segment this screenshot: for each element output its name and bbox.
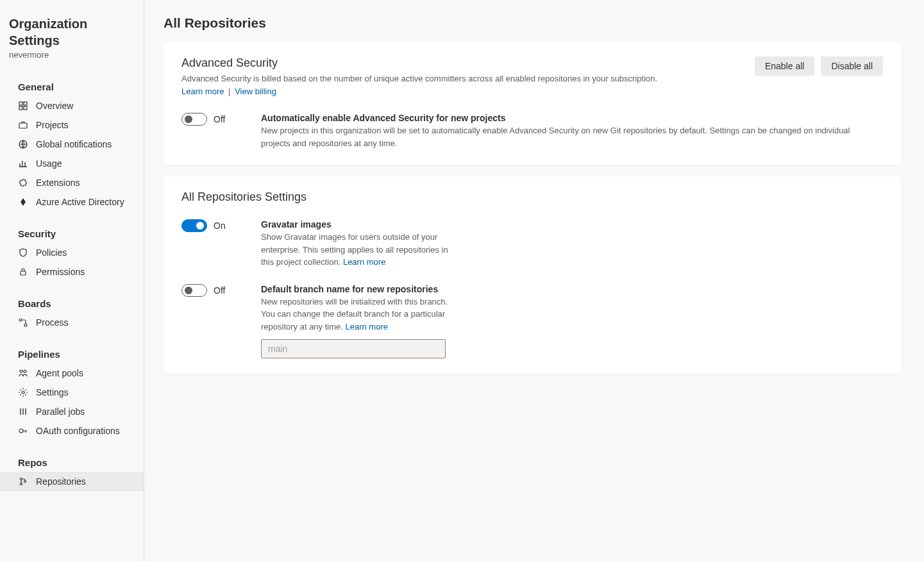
sidebar-item-policies[interactable]: Policies — [0, 243, 144, 262]
svg-point-15 — [24, 481, 26, 483]
svg-rect-2 — [19, 106, 22, 110]
default-branch-title: Default branch name for new repositories — [261, 284, 851, 294]
main-content: All Repositories Advanced Security Advan… — [144, 0, 924, 561]
sidebar-item-label: Usage — [36, 158, 62, 169]
enable-all-button[interactable]: Enable all — [755, 56, 815, 76]
default-branch-toggle[interactable] — [181, 284, 207, 297]
sidebar-item-usage[interactable]: Usage — [0, 154, 144, 173]
shield-icon — [18, 247, 28, 258]
sidebar-item-settings[interactable]: Settings — [0, 383, 144, 402]
sidebar-item-agent-pools[interactable]: Agent pools — [0, 364, 144, 383]
gravatar-desc: Show Gravatar images for users outside o… — [261, 231, 460, 269]
sidebar-item-extensions[interactable]: Extensions — [0, 173, 144, 192]
all-repos-settings-card: All Repositories Settings On Gravatar im… — [164, 176, 901, 374]
sidebar-group-boards: Boards — [0, 293, 144, 313]
default-branch-input[interactable] — [261, 339, 446, 358]
lock-icon — [18, 267, 28, 277]
default-branch-desc: New repositories will be initialized wit… — [261, 296, 460, 333]
auto-enable-toggle-state: Off — [214, 114, 225, 124]
default-branch-learn-more-link[interactable]: Learn more — [346, 322, 388, 331]
sidebar-item-projects[interactable]: Projects — [0, 115, 144, 135]
sidebar-subtitle: nevermore — [9, 50, 135, 60]
svg-point-10 — [24, 370, 26, 373]
sidebar-item-label: Overview — [36, 101, 73, 111]
sidebar-item-label: OAuth configurations — [36, 426, 120, 436]
puzzle-icon — [18, 178, 28, 188]
sidebar-item-label: Projects — [36, 120, 69, 130]
svg-rect-6 — [21, 271, 26, 275]
sidebar-item-label: Repositories — [36, 476, 86, 487]
svg-rect-0 — [19, 102, 22, 105]
sidebar-item-label: Policies — [36, 247, 67, 258]
svg-point-8 — [24, 324, 27, 326]
columns-icon — [18, 406, 28, 417]
grid-icon — [18, 101, 28, 111]
sidebar-item-global-notifications[interactable]: Global notifications — [0, 135, 144, 154]
gravatar-toggle[interactable] — [181, 219, 207, 232]
sidebar-item-overview[interactable]: Overview — [0, 96, 144, 115]
learn-more-link[interactable]: Learn more — [181, 87, 224, 96]
sidebar-item-label: Process — [36, 317, 69, 328]
svg-rect-3 — [24, 106, 27, 110]
svg-rect-4 — [19, 123, 27, 128]
page-title: All Repositories — [164, 15, 901, 31]
sidebar-group-general: General — [0, 76, 144, 96]
view-billing-link[interactable]: View billing — [235, 87, 276, 96]
all-repos-title: All Repositories Settings — [181, 190, 883, 204]
svg-point-7 — [19, 319, 22, 321]
sidebar-item-aad[interactable]: Azure Active Directory — [0, 192, 144, 212]
svg-point-12 — [19, 429, 23, 433]
advanced-security-description: Advanced Security is billed based on the… — [181, 72, 739, 97]
briefcase-icon — [18, 120, 28, 130]
gravatar-title: Gravatar images — [261, 219, 851, 230]
auto-enable-toggle[interactable] — [181, 113, 207, 126]
gear-icon — [18, 387, 28, 398]
sidebar-item-oauth[interactable]: OAuth configurations — [0, 421, 144, 440]
sidebar-group-pipelines: Pipelines — [0, 344, 144, 364]
sidebar-item-label: Global notifications — [36, 139, 112, 149]
sidebar-item-label: Azure Active Directory — [36, 197, 124, 207]
advanced-security-title: Advanced Security — [181, 56, 739, 70]
svg-point-11 — [22, 391, 24, 394]
sidebar-item-label: Settings — [36, 387, 69, 398]
gravatar-toggle-state: On — [214, 221, 226, 231]
globe-icon — [18, 139, 28, 149]
flow-icon — [18, 317, 28, 328]
sidebar-item-label: Parallel jobs — [36, 406, 85, 417]
diamond-icon — [18, 197, 28, 207]
sidebar-item-parallel-jobs[interactable]: Parallel jobs — [0, 402, 144, 421]
separator: | — [228, 87, 230, 96]
advanced-security-desc-text: Advanced Security is billed based on the… — [181, 74, 657, 83]
disable-all-button[interactable]: Disable all — [821, 56, 883, 76]
agents-icon — [18, 368, 28, 378]
sidebar-item-label: Permissions — [36, 267, 85, 277]
default-branch-toggle-state: Off — [214, 285, 225, 296]
auto-enable-title: Automatically enable Advanced Security f… — [261, 113, 851, 123]
sidebar: Organization Settings nevermore General … — [0, 0, 144, 561]
sidebar-item-repositories[interactable]: Repositories — [0, 472, 144, 491]
svg-point-9 — [20, 370, 22, 373]
sidebar-group-security: Security — [0, 223, 144, 243]
sidebar-title: Organization Settings — [9, 15, 135, 49]
svg-rect-1 — [24, 102, 27, 105]
sidebar-item-label: Extensions — [36, 178, 80, 188]
repo-icon — [18, 476, 28, 487]
sidebar-item-process[interactable]: Process — [0, 313, 144, 332]
svg-point-13 — [21, 478, 22, 480]
sidebar-item-permissions[interactable]: Permissions — [0, 262, 144, 281]
sidebar-group-repos: Repos — [0, 452, 144, 472]
svg-point-14 — [21, 483, 22, 485]
key-icon — [18, 426, 28, 436]
bar-chart-icon — [18, 158, 28, 169]
advanced-security-card: Advanced Security Advanced Security is b… — [164, 42, 901, 165]
auto-enable-desc: New projects in this organization will b… — [261, 124, 851, 149]
sidebar-item-label: Agent pools — [36, 368, 83, 378]
gravatar-learn-more-link[interactable]: Learn more — [343, 257, 385, 267]
